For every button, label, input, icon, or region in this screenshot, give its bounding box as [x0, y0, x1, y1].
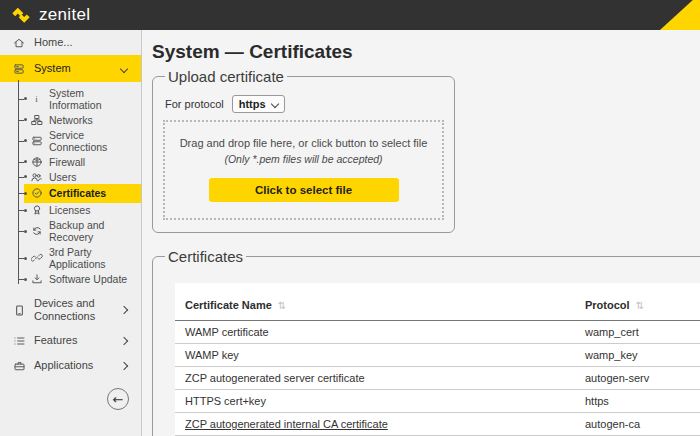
- sort-icon[interactable]: ⇅: [278, 300, 286, 311]
- protocol-label: For protocol: [165, 98, 224, 110]
- certificate-name-cell: ZCP autogenerated internal CA certificat…: [185, 418, 585, 430]
- chevron-right-icon: [121, 363, 127, 369]
- select-file-button[interactable]: Click to select file: [209, 178, 399, 202]
- sidebar-item-software-update[interactable]: Software Update: [0, 272, 141, 287]
- dropzone-filetype-note: (Only *.pem files will be accepted): [171, 153, 436, 165]
- table-row[interactable]: ZCP autogenerated server certificate aut…: [175, 367, 700, 390]
- sidebar-item-licenses[interactable]: Licenses: [0, 203, 141, 218]
- sidebar: Home... System i System Information Netw…: [0, 30, 142, 436]
- certificate-name-cell: WAMP certificate: [185, 326, 585, 338]
- info-icon: i: [30, 93, 43, 104]
- zenitel-logo: zenitel: [10, 5, 90, 25]
- features-icon: [12, 335, 26, 347]
- network-icon: [30, 114, 43, 126]
- software-update-icon: [30, 273, 43, 285]
- dropzone-instructions: Drag and drop file here, or click button…: [171, 137, 436, 149]
- sidebar-item-system-information[interactable]: i System Information: [0, 85, 141, 112]
- certificate-name-cell: ZCP autogenerated server certificate: [185, 372, 585, 384]
- home-icon: [12, 37, 26, 49]
- chevron-right-icon: [121, 338, 127, 344]
- table-row[interactable]: WAMP certificate wamp_cert: [175, 321, 700, 344]
- chevron-right-icon: [121, 307, 127, 313]
- applications-icon: [12, 360, 26, 372]
- svg-text:i: i: [35, 94, 38, 104]
- sidebar-subtree: i System Information Networks Service Co…: [0, 82, 141, 292]
- sidebar-item-applications[interactable]: Applications: [0, 353, 141, 378]
- link-icon: [30, 252, 43, 264]
- certificate-name-cell: HTTPS cert+key: [185, 395, 585, 407]
- backup-icon: [30, 225, 43, 237]
- protocol-select[interactable]: https: [232, 95, 285, 113]
- protocol-cell: autogen-serv: [585, 372, 700, 384]
- certificate-icon: [30, 187, 43, 199]
- chevron-down-icon: [270, 100, 278, 108]
- topbar: zenitel: [0, 0, 700, 30]
- protocol-select-value: https: [239, 98, 266, 110]
- sidebar-item-networks[interactable]: Networks: [0, 112, 141, 127]
- zenitel-logo-icon: [10, 6, 32, 25]
- sidebar-item-firewall[interactable]: Firewall: [0, 154, 141, 169]
- upload-certificate-section: Upload certificate For protocol https Dr…: [152, 68, 455, 233]
- brand-name: zenitel: [39, 5, 90, 25]
- chevron-down-icon: [121, 66, 127, 72]
- certificates-legend: Certificates: [165, 248, 246, 265]
- license-icon: [30, 204, 43, 216]
- sidebar-item-devices-and-connections[interactable]: Devices and Connections: [0, 292, 141, 328]
- sidebar-item-3rd-party-applications[interactable]: 3rd Party Applications: [0, 245, 141, 272]
- column-header-protocol[interactable]: Protocol⇅: [585, 299, 700, 311]
- topbar-corner-accent: [660, 0, 700, 30]
- table-row[interactable]: ZCP autogenerated internal CA certificat…: [175, 413, 700, 436]
- system-icon: [12, 63, 26, 75]
- table-row[interactable]: WAMP key wamp_key: [175, 344, 700, 367]
- sidebar-item-home[interactable]: Home...: [0, 30, 141, 55]
- certificates-section: Certificates Certificate Name⇅ Protocol⇅…: [152, 248, 700, 436]
- protocol-cell: https: [585, 395, 700, 407]
- sort-icon[interactable]: ⇅: [636, 300, 644, 311]
- protocol-cell: wamp_cert: [585, 326, 700, 338]
- column-header-certificate-name[interactable]: Certificate Name⇅: [185, 299, 585, 311]
- devices-icon: [12, 304, 26, 317]
- sidebar-item-backup-and-recovery[interactable]: Backup and Recovery: [0, 218, 141, 245]
- protocol-cell: wamp_key: [585, 349, 700, 361]
- table-header-row: Certificate Name⇅ Protocol⇅: [175, 283, 700, 321]
- firewall-icon: [30, 156, 43, 168]
- file-dropzone[interactable]: Drag and drop file here, or click button…: [163, 120, 444, 220]
- app-window: zenitel Home... System i System Informat…: [0, 0, 700, 436]
- page-title: System — Certificates: [152, 41, 700, 63]
- users-icon: [30, 171, 43, 183]
- upload-certificate-legend: Upload certificate: [165, 68, 287, 85]
- sidebar-item-system[interactable]: System: [0, 55, 141, 82]
- certificate-name-cell: WAMP key: [185, 349, 585, 361]
- table-row[interactable]: HTTPS cert+key https: [175, 390, 700, 413]
- service-connections-icon: [30, 135, 43, 147]
- main-content: System — Certificates Upload certificate…: [143, 30, 700, 436]
- certificates-table: Certificate Name⇅ Protocol⇅ WAMP certifi…: [175, 283, 700, 436]
- sidebar-collapse-button[interactable]: ←: [107, 388, 129, 410]
- protocol-cell: autogen-ca: [585, 418, 700, 430]
- sidebar-item-features[interactable]: Features: [0, 328, 141, 353]
- sidebar-item-users[interactable]: Users: [0, 169, 141, 184]
- sidebar-item-certificates[interactable]: Certificates: [0, 184, 141, 202]
- sidebar-item-service-connections[interactable]: Service Connections: [0, 127, 141, 154]
